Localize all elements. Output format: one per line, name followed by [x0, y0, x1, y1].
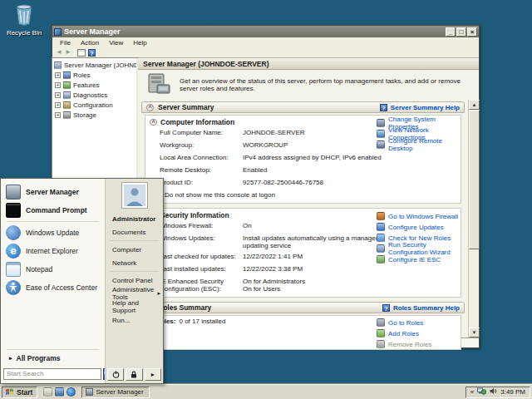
menu-help[interactable]: Help — [129, 38, 150, 47]
minimize-button[interactable]: _ — [446, 27, 456, 37]
volume-icon[interactable] — [490, 387, 497, 397]
help-icon: ? — [380, 104, 387, 111]
back-icon[interactable]: ◄ — [56, 48, 62, 57]
features-icon — [63, 81, 71, 89]
configure-remote-desktop-link[interactable]: Configure Remote Desktop — [377, 140, 461, 149]
start-item-command-prompt[interactable]: Command Prompt — [1, 201, 105, 219]
menu-file[interactable]: File — [56, 38, 75, 47]
forward-icon[interactable]: ► — [65, 48, 71, 57]
refresh-roles-icon — [377, 234, 385, 242]
tree-item-roles[interactable]: + Roles — [52, 70, 136, 80]
expand-icon[interactable]: + — [55, 72, 61, 78]
configure-updates-link[interactable]: Configure Updates — [377, 223, 461, 231]
scroll-up-icon[interactable]: ▲ — [469, 100, 480, 110]
start-item-windows-update[interactable]: Windows Update — [1, 224, 105, 242]
storage-icon — [63, 111, 71, 119]
server-summary-section-header[interactable]: ^ Server Summary ? Server Summary Help — [141, 101, 465, 113]
configuration-icon — [63, 101, 71, 109]
go-to-roles-link[interactable]: Go to Roles — [377, 318, 431, 327]
start-item-computer[interactable]: Computer — [106, 243, 163, 256]
vertical-scrollbar[interactable]: ▲ ▼ — [468, 100, 479, 337]
tree-item-configuration[interactable]: + Configuration — [52, 100, 136, 110]
add-roles-icon — [377, 329, 385, 337]
configure-ie-esc-link[interactable]: Configure IE ESC — [377, 255, 461, 264]
windows-flag-icon — [5, 387, 14, 397]
shutdown-options-arrow-icon[interactable]: ▸ — [145, 368, 161, 381]
start-item-notepad[interactable]: Notepad — [1, 260, 105, 278]
tree-item-diagnostics[interactable]: + Diagnostics — [52, 90, 136, 100]
server-manager-icon — [54, 62, 62, 69]
start-item-run[interactable]: Run... — [106, 313, 163, 327]
run-security-configuration-wizard-link[interactable]: Run Security Configuration Wizard — [377, 244, 461, 253]
server-summary-help-link[interactable]: Server Summary Help — [391, 104, 460, 111]
show-desktop-icon[interactable] — [43, 387, 52, 397]
start-item-documents[interactable]: Documents — [106, 225, 163, 239]
expand-icon[interactable]: + — [55, 82, 61, 88]
info-row: IE Enhanced Security Configuration (ESC)… — [145, 276, 461, 294]
close-button[interactable]: × — [467, 27, 477, 37]
start-button[interactable]: Start — [2, 387, 37, 398]
server-manager-icon — [6, 185, 21, 200]
expand-icon[interactable]: + — [55, 92, 61, 98]
title-bar[interactable]: Server Manager _ □ × — [52, 26, 479, 37]
menu-action[interactable]: Action — [76, 38, 103, 47]
info-row: Last installed updates: 12/22/2022 3:38 … — [145, 264, 461, 276]
collapse-icon[interactable]: ^ — [146, 104, 154, 111]
expand-icon[interactable]: + — [55, 112, 61, 118]
expand-icon[interactable]: + — [55, 102, 61, 108]
ease-of-access-icon — [6, 280, 21, 295]
user-avatar[interactable] — [122, 183, 147, 208]
recycle-bin-label: Recycle Bin — [5, 29, 43, 37]
window-switcher-icon[interactable] — [55, 387, 64, 397]
menu-bar: File Action View Help — [52, 37, 479, 47]
maximize-button[interactable]: □ — [456, 27, 466, 37]
lock-button[interactable] — [126, 368, 142, 381]
roles-summary-help-link[interactable]: Roles Summary Help — [393, 304, 460, 312]
scroll-down-icon[interactable]: ▼ — [469, 328, 480, 337]
show-console-tree-icon[interactable] — [77, 49, 86, 57]
server-overview-icon — [146, 73, 171, 96]
start-menu-left-column: Server Manager Command Prompt Windows Up… — [1, 179, 105, 383]
collapse-icon[interactable]: ^ — [150, 119, 157, 126]
command-prompt-icon — [6, 203, 21, 218]
computer-information-box: ^ Computer Information Full Computer Nam… — [145, 115, 461, 204]
internet-explorer-icon[interactable] — [66, 387, 76, 397]
go-to-windows-firewall-link[interactable]: Go to Windows Firewall — [377, 212, 461, 220]
start-item-internet-explorer[interactable]: e Internet Explorer — [1, 242, 105, 260]
start-menu-separator — [110, 271, 159, 272]
tree-item-storage[interactable]: + Storage — [52, 110, 136, 120]
toolbar-separator — [74, 48, 75, 57]
add-roles-link[interactable]: Add Roles — [377, 329, 431, 337]
tree-root-server-manager[interactable]: Server Manager (JOHNDOE-SERVER) — [52, 60, 136, 70]
all-programs-button[interactable]: ▸ All Programs — [1, 352, 105, 364]
power-button[interactable] — [107, 368, 124, 381]
help-icon: ? — [382, 304, 390, 312]
start-item-network[interactable]: Network — [106, 256, 163, 269]
start-item-administrative-tools[interactable]: Administrative Tools ▸ — [106, 287, 163, 300]
start-item-control-panel[interactable]: Control Panel — [106, 273, 163, 287]
details-pane: Server Manager (JOHNDOE-SERVER) Get an o… — [138, 58, 479, 347]
taskbar-button-server-manager[interactable]: Server Manager — [81, 387, 150, 398]
start-search-input[interactable] — [3, 368, 101, 380]
start-menu-separator — [110, 240, 159, 241]
recycle-bin[interactable]: Recycle Bin — [5, 4, 43, 37]
clock[interactable]: 3:49 PM — [500, 388, 525, 396]
server-manager-icon — [86, 388, 93, 396]
start-item-ease-of-access[interactable]: Ease of Access Center — [1, 278, 105, 297]
security-wizard-icon — [377, 244, 385, 253]
window-title: Server Manager — [64, 27, 121, 36]
help-icon[interactable]: ? — [88, 49, 96, 57]
tree-item-features[interactable]: + Features — [52, 80, 136, 90]
tray-expand-chevron-icon[interactable]: « — [470, 388, 474, 396]
menu-view[interactable]: View — [105, 38, 127, 47]
info-row: Remote Desktop: Enabled — [145, 165, 461, 177]
start-item-help-and-support[interactable]: Help and Support — [106, 300, 163, 313]
start-item-user-name[interactable]: Administrator — [106, 212, 163, 225]
start-button-label: Start — [17, 388, 32, 397]
roles-summary-section-header[interactable]: ^ Roles Summary ? Roles Summary Help — [141, 302, 465, 313]
remove-roles-link[interactable]: Remove Roles — [377, 340, 431, 348]
network-icon[interactable] — [477, 387, 486, 397]
scrollbar-thumb[interactable] — [469, 110, 480, 249]
overview-banner: Get an overview of the status of this se… — [138, 70, 479, 100]
start-item-server-manager[interactable]: Server Manager — [1, 183, 105, 201]
